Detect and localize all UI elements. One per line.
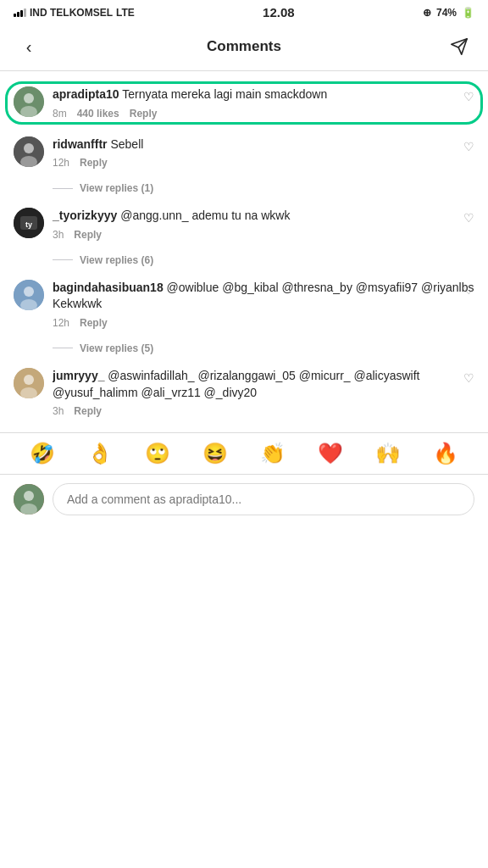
comment-username-3: _tyorizkyyy <box>53 209 117 222</box>
comment-item-4: bagindahasibuan18 @owiblue @bg_kibal @th… <box>0 271 488 337</box>
svg-point-18 <box>24 491 34 501</box>
network-label: LTE <box>116 7 135 19</box>
comment-text-1: apradipta10 Ternyata mereka lagi main sm… <box>53 86 474 103</box>
comment-time-2: 12h <box>53 157 69 169</box>
lock-icon: ⊕ <box>423 7 431 19</box>
comment-likes-1: 440 likes <box>77 108 119 120</box>
avatar-1 <box>14 86 44 117</box>
comment-username-4: bagindahasibuan18 <box>53 281 164 294</box>
like-button-4[interactable]: ♡ <box>463 283 474 297</box>
comment-meta-4: 12h Reply <box>53 317 474 329</box>
comment-meta-5: 3h Reply <box>53 405 474 417</box>
page-title: Comments <box>44 38 444 55</box>
svg-point-15 <box>24 375 34 385</box>
avatar-5 <box>14 368 44 398</box>
view-replies-2[interactable]: View replies (1) <box>0 177 488 199</box>
avatar-4 <box>14 280 44 310</box>
like-button-3[interactable]: ♡ <box>463 211 474 225</box>
bottom-area: 🤣 👌 🙄 😆 👏 ❤️ 🙌 🔥 <box>0 432 488 532</box>
comment-item-2: ridwanfftr Sebell 12h Reply ♡ <box>0 128 488 178</box>
comment-time-1: 8m <box>53 108 67 120</box>
reply-button-4[interactable]: Reply <box>80 317 108 329</box>
view-replies-3[interactable]: View replies (6) <box>0 249 488 271</box>
avatar-2 <box>14 136 44 167</box>
emoji-6[interactable]: ❤️ <box>318 442 343 465</box>
status-right: ⊕ 74% 🔋 <box>423 7 474 19</box>
signal-icon <box>14 8 26 17</box>
emoji-8[interactable]: 🔥 <box>433 442 458 465</box>
header: ‹ Comments <box>0 23 488 71</box>
comment-item-3: ty _tyorizkyyy @angg.unn_ ademu tu na wk… <box>0 199 488 249</box>
status-bar: IND TELKOMSEL LTE 12.08 ⊕ 74% 🔋 <box>0 0 488 23</box>
view-replies-line-3 <box>53 259 73 260</box>
comment-text-5: jumryyy_ @aswinfadillah_ @rizalanggawi_0… <box>53 368 474 401</box>
like-button-2[interactable]: ♡ <box>463 140 474 153</box>
battery-label: 74% <box>436 7 457 19</box>
svg-point-6 <box>24 143 34 153</box>
view-replies-line-2 <box>53 188 73 189</box>
comment-body-2: ridwanfftr Sebell 12h Reply <box>53 136 474 170</box>
battery-icon: 🔋 <box>462 7 474 19</box>
comment-username-1: apradipta10 <box>53 87 119 101</box>
time-display: 12.08 <box>263 5 295 19</box>
back-button[interactable]: ‹ <box>14 31 44 62</box>
emoji-3[interactable]: 🙄 <box>145 442 170 465</box>
svg-text:ty: ty <box>25 220 32 229</box>
comment-text-3: _tyorizkyyy @angg.unn_ ademu tu na wkwk <box>53 208 474 225</box>
emoji-1[interactable]: 🤣 <box>30 442 55 465</box>
comment-input-row <box>0 475 488 532</box>
comment-body-4: bagindahasibuan18 @owiblue @bg_kibal @th… <box>53 280 474 329</box>
like-button-1[interactable]: ♡ <box>463 90 474 103</box>
comment-username-2: ridwanfftr <box>53 137 108 151</box>
emoji-2[interactable]: 👌 <box>87 442 113 465</box>
reply-button-3[interactable]: Reply <box>74 229 102 241</box>
reply-button-5[interactable]: Reply <box>74 405 102 417</box>
comment-time-3: 3h <box>53 229 64 241</box>
svg-point-3 <box>24 93 34 103</box>
comment-item-1: apradipta10 Ternyata mereka lagi main sm… <box>0 78 488 128</box>
view-replies-4[interactable]: View replies (5) <box>0 337 488 359</box>
comment-input[interactable] <box>53 483 474 515</box>
send-button[interactable] <box>444 31 474 62</box>
comment-time-4: 12h <box>53 317 69 329</box>
emoji-bar: 🤣 👌 🙄 😆 👏 ❤️ 🙌 🔥 <box>0 432 488 475</box>
comment-text-2: ridwanfftr Sebell <box>53 136 474 153</box>
comment-username-5: jumryyy_ <box>53 369 104 382</box>
send-icon <box>450 37 469 56</box>
reply-button-2[interactable]: Reply <box>80 157 108 169</box>
comment-meta-1: 8m 440 likes Reply <box>53 108 474 120</box>
emoji-7[interactable]: 🙌 <box>375 442 401 465</box>
svg-point-12 <box>24 287 34 297</box>
comment-item-5: jumryyy_ @aswinfadillah_ @rizalanggawi_0… <box>0 359 488 426</box>
status-left: IND TELKOMSEL LTE <box>14 7 135 19</box>
comment-body-1: apradipta10 Ternyata mereka lagi main sm… <box>53 86 474 120</box>
view-replies-line-4 <box>53 348 73 348</box>
current-user-avatar <box>14 484 44 515</box>
comment-text-4: bagindahasibuan18 @owiblue @bg_kibal @th… <box>53 280 474 313</box>
carrier-label: IND TELKOMSEL <box>30 7 113 19</box>
emoji-5[interactable]: 👏 <box>260 442 286 465</box>
like-button-5[interactable]: ♡ <box>463 371 474 385</box>
comment-body-3: _tyorizkyyy @angg.unn_ ademu tu na wkwk … <box>53 208 474 241</box>
emoji-4[interactable]: 😆 <box>202 442 228 465</box>
comments-list: apradipta10 Ternyata mereka lagi main sm… <box>0 71 488 432</box>
reply-button-1[interactable]: Reply <box>130 108 158 120</box>
comment-time-5: 3h <box>53 405 64 417</box>
comment-body-5: jumryyy_ @aswinfadillah_ @rizalanggawi_0… <box>53 368 474 417</box>
comment-meta-2: 12h Reply <box>53 157 474 169</box>
avatar-3: ty <box>14 208 44 238</box>
comment-meta-3: 3h Reply <box>53 229 474 241</box>
